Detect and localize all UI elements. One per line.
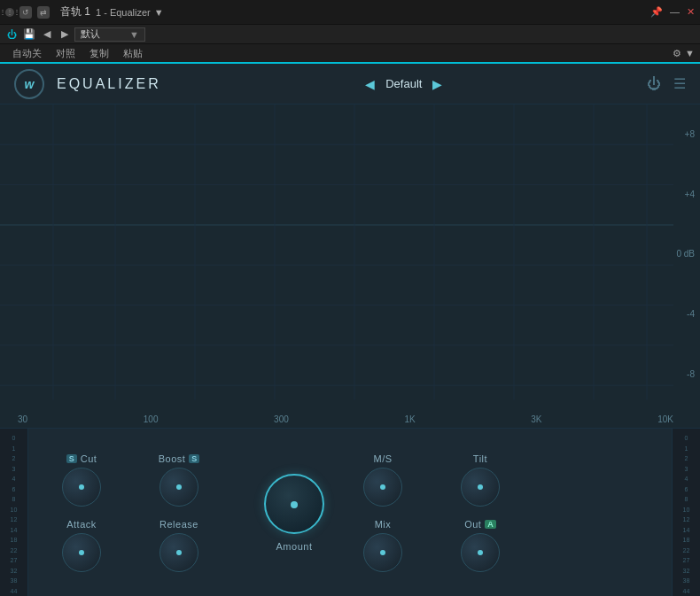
- left-knobs-section: S Cut Boost S: [46, 453, 241, 572]
- preset-selector[interactable]: 默认 ▼: [74, 27, 145, 42]
- bottom-right-row: Mix Out A: [347, 519, 542, 572]
- save-icon[interactable]: 💾: [21, 27, 37, 43]
- boost-group: Boost S: [144, 453, 214, 507]
- preset-next-button[interactable]: ▶: [432, 77, 442, 91]
- settings-gear[interactable]: ⚙ ▼: [673, 48, 695, 59]
- tilt-label: Tilt: [473, 453, 487, 464]
- release-label: Release: [159, 519, 198, 530]
- top-right-row: M/S Tilt: [347, 453, 542, 507]
- track-label: 音轨 1: [60, 4, 90, 19]
- eq-grid-svg: [0, 104, 700, 428]
- amount-knob[interactable]: [264, 474, 324, 534]
- mix-group: Mix: [347, 519, 418, 572]
- ms-label: M/S: [373, 453, 392, 464]
- eq-display: +8 +4 0 dB -4 -8 30 100 300 1K 3K 10K: [0, 104, 700, 428]
- redo-icon[interactable]: ⇄: [37, 6, 50, 19]
- plugin-window: w EQUALIZER ◀ Default ▶ ⏻ ☰: [0, 64, 700, 596]
- tilt-knob-dot: [478, 484, 483, 490]
- cut-group: S Cut: [46, 453, 117, 507]
- svg-rect-0: [0, 104, 700, 428]
- bottom-left-row: Attack Release: [46, 519, 241, 572]
- cut-knob[interactable]: [62, 468, 101, 507]
- boost-knob[interactable]: [159, 468, 198, 507]
- release-knob-dot: [176, 550, 182, 555]
- cut-badge: S: [66, 454, 77, 463]
- out-badge: A: [485, 520, 496, 529]
- menu-compare[interactable]: 对照: [49, 43, 82, 63]
- ms-group: M/S: [347, 453, 418, 507]
- plugin-logo: w: [14, 69, 44, 99]
- controls-area: 0 1 2 3 4 6 8 10 12 14 18 22 27 32 38 44…: [0, 428, 700, 596]
- grid-icon[interactable]: ⋮⋮⋮: [5, 8, 14, 17]
- preset-name: Default: [385, 77, 422, 90]
- close-button[interactable]: ✕: [687, 6, 695, 18]
- release-knob[interactable]: [159, 533, 198, 572]
- plugin-header-right: ⏻ ☰: [647, 75, 686, 92]
- freq-300: 300: [274, 414, 289, 424]
- ms-knob-dot: [380, 484, 385, 490]
- plugin-select[interactable]: 1 - Equalizer ▼: [96, 7, 164, 18]
- attack-label: Attack: [66, 519, 97, 530]
- freq-10k: 10K: [657, 414, 673, 424]
- boost-badge: S: [189, 454, 199, 463]
- freq-30: 30: [18, 414, 27, 424]
- preset-nav: ◀ Default ▶: [365, 77, 442, 91]
- tilt-group: Tilt: [445, 453, 516, 507]
- toolbar: ⏻ 💾 ◀ ▶ 默认 ▼: [0, 25, 700, 44]
- preset-prev-button[interactable]: ◀: [365, 77, 375, 91]
- plugin-power-button[interactable]: ⏻: [647, 76, 661, 92]
- cut-label: Cut: [81, 453, 97, 464]
- controls-inner: S Cut Boost S: [28, 429, 672, 596]
- out-knob-dot: [478, 550, 483, 555]
- out-knob[interactable]: [461, 533, 500, 572]
- cut-knob-dot: [79, 484, 84, 490]
- minimize-button[interactable]: —: [670, 6, 680, 18]
- release-group: Release: [144, 519, 214, 572]
- pin-button[interactable]: 📌: [650, 6, 663, 18]
- attack-knob[interactable]: [62, 533, 101, 572]
- boost-knob-dot: [176, 484, 182, 490]
- window-buttons: 📌 — ✕: [650, 6, 695, 18]
- plugin-menu-button[interactable]: ☰: [673, 75, 686, 92]
- ms-knob[interactable]: [363, 468, 402, 507]
- right-knobs-section: M/S Tilt: [347, 453, 542, 572]
- nav-left-icon[interactable]: ◀: [39, 27, 55, 43]
- power-icon[interactable]: ⏻: [4, 27, 19, 43]
- mix-knob[interactable]: [363, 533, 402, 572]
- mix-knob-dot: [380, 550, 385, 555]
- amount-section: Amount: [241, 474, 347, 552]
- out-label: Out: [464, 519, 481, 530]
- attack-group: Attack: [46, 519, 117, 572]
- menu-auto[interactable]: 自动关: [5, 43, 49, 63]
- plugin-header: w EQUALIZER ◀ Default ▶ ⏻ ☰: [0, 64, 700, 104]
- menu-paste[interactable]: 粘贴: [116, 43, 150, 63]
- freq-labels: 30 100 300 1K 3K 10K: [18, 414, 673, 424]
- out-group: Out A: [445, 519, 516, 572]
- boost-label: Boost: [159, 453, 186, 464]
- title-bar: ⋮⋮⋮ ↺ ⇄ 音轨 1 1 - Equalizer ▼ 📌 — ✕: [0, 0, 700, 25]
- amount-knob-dot: [291, 501, 298, 508]
- menu-bar: 自动关 对照 复制 粘贴 ⚙ ▼: [0, 44, 700, 64]
- menu-copy[interactable]: 复制: [82, 43, 116, 63]
- nav-right-icon[interactable]: ▶: [57, 27, 73, 43]
- freq-3k: 3K: [531, 414, 541, 424]
- amount-label: Amount: [276, 541, 313, 552]
- mix-label: Mix: [375, 519, 392, 530]
- attack-knob-dot: [79, 550, 84, 555]
- controls-layout: S Cut Boost S: [46, 437, 654, 587]
- window-controls: ⋮⋮⋮: [5, 8, 14, 17]
- top-left-row: S Cut Boost S: [46, 453, 241, 507]
- undo-icon[interactable]: ↺: [19, 6, 32, 19]
- freq-1k: 1K: [404, 414, 415, 424]
- vu-meter-right: 0 1 2 3 4 6 8 10 12 14 18 22 27 32 38 44…: [672, 429, 700, 596]
- tilt-knob[interactable]: [461, 468, 500, 507]
- vu-meter-left: 0 1 2 3 4 6 8 10 12 14 18 22 27 32 38 44…: [0, 429, 28, 596]
- plugin-title: EQUALIZER: [57, 76, 161, 92]
- freq-100: 100: [144, 414, 159, 424]
